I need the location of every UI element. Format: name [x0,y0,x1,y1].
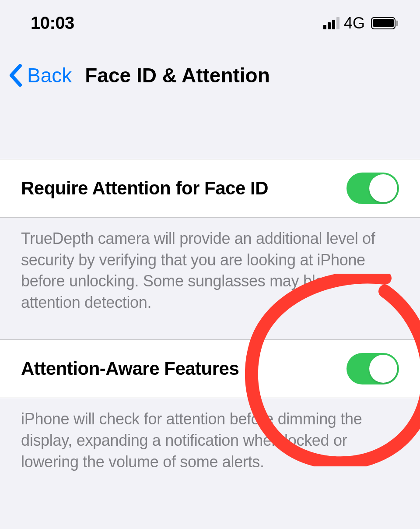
require-attention-toggle[interactable] [346,173,399,204]
attention-aware-row: Attention-Aware Features [0,339,420,398]
attention-aware-toggle[interactable] [346,353,399,384]
require-attention-description: TrueDepth camera will provide an additio… [0,218,420,339]
back-button[interactable]: Back [27,63,72,87]
toggle-knob [369,355,397,383]
status-bar: 10:03 4G [0,0,420,46]
require-attention-label: Require Attention for Face ID [21,178,268,199]
attention-aware-description: iPhone will check for attention before d… [0,398,420,499]
attention-aware-label: Attention-Aware Features [21,358,239,379]
signal-strength-icon [323,17,340,29]
navigation-header: Back Face ID & Attention [0,46,420,105]
back-chevron-icon[interactable] [9,64,23,87]
status-indicators: 4G [323,14,398,32]
toggle-knob [369,174,397,202]
require-attention-row: Require Attention for Face ID [0,159,420,218]
battery-icon [371,17,398,29]
network-type: 4G [344,14,365,32]
page-title: Face ID & Attention [85,63,270,87]
status-time: 10:03 [31,13,74,33]
